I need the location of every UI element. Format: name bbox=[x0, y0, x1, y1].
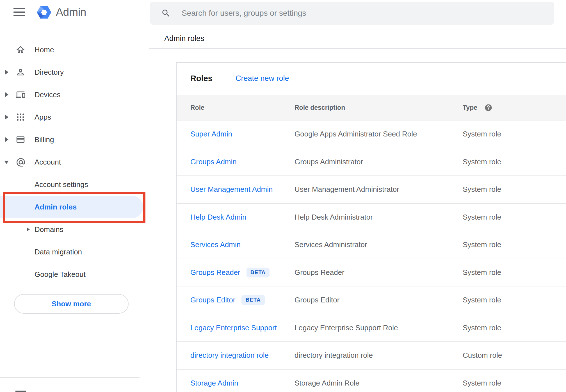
search-bar[interactable] bbox=[150, 2, 554, 25]
role-link[interactable]: Super Admin bbox=[190, 130, 232, 138]
role-type: System role bbox=[463, 240, 501, 249]
sidebar-item-account[interactable]: Account bbox=[0, 151, 149, 173]
role-description: Groups Editor bbox=[295, 296, 339, 304]
beta-badge: BETA bbox=[247, 268, 270, 277]
role-description: Google Apps Administrator Seed Role bbox=[295, 130, 417, 138]
role-link[interactable]: Groups Editor bbox=[190, 296, 235, 304]
sidebar-item-account-settings[interactable]: Account settings bbox=[0, 173, 149, 196]
role-type: System role bbox=[463, 268, 501, 277]
column-header-role: Role bbox=[190, 104, 204, 111]
hamburger-menu-icon[interactable] bbox=[13, 8, 25, 16]
beta-badge: BETA bbox=[241, 295, 264, 305]
sidebar-item-billing[interactable]: Billing bbox=[0, 128, 149, 151]
role-description: Storage Admin Role bbox=[295, 379, 359, 388]
sidebar-nav: Home Directory Devices bbox=[0, 38, 149, 286]
sidebar-item-label: Admin roles bbox=[35, 203, 77, 211]
role-type: System role bbox=[463, 158, 501, 166]
column-header-description: Role description bbox=[295, 104, 345, 111]
role-type: System role bbox=[463, 379, 501, 388]
table-row: Storage Admin Storage Admin Role System … bbox=[177, 370, 566, 392]
at-icon bbox=[16, 157, 25, 167]
admin-logo bbox=[36, 4, 52, 20]
role-type: System role bbox=[463, 323, 501, 332]
column-header-type: Type bbox=[463, 104, 477, 111]
table-header-row: Role Role description Type bbox=[177, 95, 566, 120]
content-divider bbox=[149, 48, 566, 49]
role-description: Legacy Enterprise Support Role bbox=[295, 323, 398, 332]
sidebar-item-label: Account settings bbox=[35, 180, 88, 189]
role-description: Groups Reader bbox=[295, 268, 344, 277]
role-type: System role bbox=[463, 296, 501, 304]
table-row: Legacy Enterprise Support Legacy Enterpr… bbox=[177, 314, 566, 342]
roles-panel: Roles Create new role Role Role descript… bbox=[176, 62, 566, 392]
sidebar-bottom-divider bbox=[0, 377, 140, 378]
sidebar-item-label: Devices bbox=[35, 90, 60, 99]
chevron-right-icon[interactable] bbox=[27, 227, 30, 231]
panel-title: Roles bbox=[190, 74, 213, 83]
chevron-right-icon[interactable] bbox=[5, 70, 8, 74]
table-row: Super Admin Google Apps Administrator Se… bbox=[177, 120, 566, 148]
home-icon bbox=[16, 45, 25, 54]
sidebar-item-label: Apps bbox=[35, 113, 51, 122]
role-link[interactable]: User Management Admin bbox=[190, 185, 273, 194]
sidebar-item-label: Billing bbox=[35, 135, 54, 144]
sidebar-item-label: Domains bbox=[35, 225, 63, 234]
billing-icon bbox=[16, 135, 25, 144]
sidebar-item-domains[interactable]: Domains bbox=[0, 218, 149, 241]
admin-console: Admin Home Directory De bbox=[0, 0, 566, 392]
role-type: System role bbox=[463, 185, 501, 194]
roles-panel-header: Roles Create new role bbox=[177, 63, 566, 95]
role-description: User Management Administrator bbox=[295, 185, 399, 194]
app-title: Admin bbox=[56, 6, 86, 18]
role-link[interactable]: Storage Admin bbox=[190, 379, 238, 388]
devices-icon bbox=[16, 90, 25, 99]
chevron-down-icon[interactable] bbox=[4, 161, 9, 164]
role-description: Groups Administrator bbox=[295, 158, 363, 166]
role-type: System role bbox=[463, 213, 501, 222]
role-description: Help Desk Administrator bbox=[295, 213, 373, 222]
sidebar-item-home[interactable]: Home bbox=[0, 38, 149, 61]
table-row: Groups Editor BETA Groups Editor System … bbox=[177, 286, 566, 314]
sidebar-item-label: Google Takeout bbox=[35, 270, 86, 279]
sidebar-header: Admin bbox=[0, 0, 149, 27]
apps-icon bbox=[16, 112, 25, 122]
sidebar-item-label: Account bbox=[35, 158, 61, 167]
chevron-right-icon[interactable] bbox=[5, 92, 8, 97]
role-link[interactable]: directory integration role bbox=[190, 351, 269, 360]
sidebar-item-directory[interactable]: Directory bbox=[0, 61, 149, 83]
table-row: directory integration role directory int… bbox=[177, 342, 566, 370]
sidebar-item-label: Directory bbox=[35, 68, 64, 77]
sidebar-item-admin-roles[interactable]: Admin roles bbox=[0, 196, 149, 218]
role-description: Services Administrator bbox=[295, 240, 367, 249]
chevron-right-icon[interactable] bbox=[5, 115, 8, 119]
table-row: User Management Admin User Management Ad… bbox=[177, 176, 566, 204]
role-link[interactable]: Groups Admin bbox=[190, 158, 237, 166]
role-type: System role bbox=[463, 130, 501, 138]
table-row: Services Admin Services Administrator Sy… bbox=[177, 231, 566, 259]
table-row: Groups Admin Groups Administrator System… bbox=[177, 148, 566, 176]
search-icon bbox=[161, 8, 171, 18]
sidebar-item-label: Home bbox=[35, 45, 54, 54]
role-link[interactable]: Legacy Enterprise Support bbox=[190, 323, 277, 332]
role-type: Custom role bbox=[463, 351, 502, 360]
sidebar-item-data-migration[interactable]: Data migration bbox=[0, 241, 149, 263]
table-row: Groups Reader BETA Groups Reader System … bbox=[177, 259, 566, 287]
sidebar-item-devices[interactable]: Devices bbox=[0, 83, 149, 106]
role-link[interactable]: Help Desk Admin bbox=[190, 213, 246, 222]
role-description: directory integration role bbox=[295, 351, 373, 360]
table-row: Help Desk Admin Help Desk Administrator … bbox=[177, 204, 566, 231]
search-input[interactable] bbox=[182, 2, 541, 25]
role-link[interactable]: Groups Reader bbox=[190, 268, 240, 277]
clipped-bottom-icon bbox=[15, 391, 26, 392]
person-icon bbox=[16, 67, 25, 77]
chevron-right-icon[interactable] bbox=[5, 137, 8, 142]
sidebar-item-google-takeout[interactable]: Google Takeout bbox=[0, 263, 149, 286]
breadcrumb: Admin roles bbox=[164, 34, 204, 43]
show-more-button[interactable]: Show more bbox=[14, 294, 129, 314]
create-new-role-link[interactable]: Create new role bbox=[236, 74, 289, 83]
role-link[interactable]: Services Admin bbox=[190, 240, 241, 249]
sidebar-item-label: Data migration bbox=[35, 248, 82, 256]
sidebar: Admin Home Directory De bbox=[0, 0, 149, 392]
sidebar-item-apps[interactable]: Apps bbox=[0, 106, 149, 128]
help-icon[interactable] bbox=[484, 104, 492, 112]
